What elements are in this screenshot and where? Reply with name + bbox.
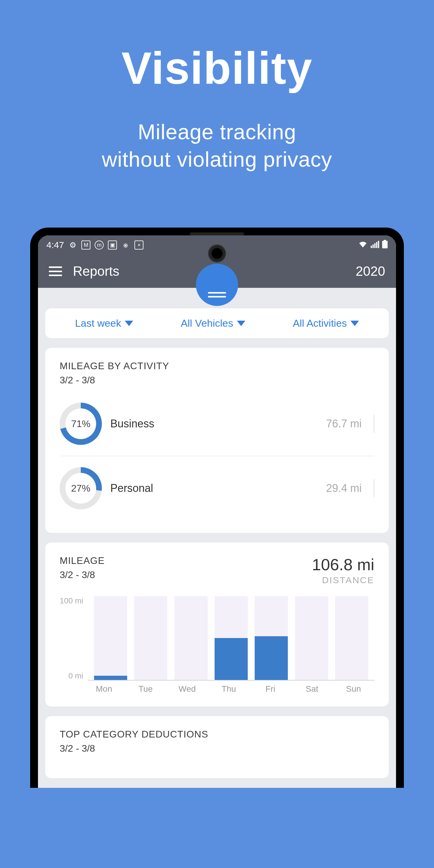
activity-miles: 76.7 mi xyxy=(326,417,362,430)
bar-column xyxy=(295,596,328,680)
bar-column xyxy=(215,596,248,680)
divider xyxy=(374,415,374,433)
pull-handle[interactable] xyxy=(196,264,238,306)
x-axis-label: Thu xyxy=(210,684,248,694)
camera-lens xyxy=(209,246,225,261)
status-time: 4:47 xyxy=(46,240,64,250)
mileage-card-daterange: 3/2 - 3/8 xyxy=(60,569,104,581)
svg-rect-2 xyxy=(374,243,375,248)
deductions-card: TOP CATEGORY DEDUCTIONS 3/2 - 3/8 xyxy=(45,716,389,778)
year-selector[interactable]: 2020 xyxy=(355,264,385,279)
activity-card-title: MILEAGE BY ACTIVITY xyxy=(60,361,374,372)
x-axis-label: Tue xyxy=(127,684,164,694)
location-icon: ⎈ xyxy=(121,241,130,250)
x-axis-label: Sat xyxy=(293,684,331,694)
activity-row[interactable]: 71%Business76.7 mi xyxy=(60,392,374,456)
activity-card: MILEAGE BY ACTIVITY 3/2 - 3/8 71%Busines… xyxy=(45,348,389,533)
hero-title: Visibility xyxy=(121,42,313,94)
mail-icon: M xyxy=(82,241,90,250)
wifi-icon xyxy=(358,240,368,250)
menu-icon[interactable] xyxy=(49,267,62,276)
deductions-card-title: TOP CATEGORY DEDUCTIONS xyxy=(60,729,374,740)
svg-rect-0 xyxy=(371,246,372,248)
svg-rect-6 xyxy=(382,241,388,248)
filter-vehicles-label: All Vehicles xyxy=(181,317,233,329)
chevron-down-icon xyxy=(237,321,245,326)
activity-label: Personal xyxy=(110,482,177,495)
gear-icon: ⚙ xyxy=(68,241,77,250)
chevron-down-icon xyxy=(350,321,359,326)
mileage-card: MILEAGE 3/2 - 3/8 106.8 mi DISTANCE 100 … xyxy=(45,542,389,707)
filter-period[interactable]: Last week xyxy=(75,317,133,329)
bar-column xyxy=(255,596,288,680)
x-axis-label: Sun xyxy=(335,684,373,694)
battery-icon xyxy=(382,240,388,250)
filter-activities[interactable]: All Activities xyxy=(293,317,359,329)
mileage-card-title: MILEAGE xyxy=(60,555,104,566)
mileage-bar-chart: 100 mi 0 mi xyxy=(60,596,374,681)
activity-miles: 29.4 mi xyxy=(326,482,362,495)
signal-icon xyxy=(371,240,379,250)
filter-bar: Last week All Vehicles All Activities xyxy=(45,308,389,338)
app-m-icon: m xyxy=(95,241,104,250)
svg-rect-3 xyxy=(376,242,377,248)
close-notif-icon: × xyxy=(134,241,144,250)
image-icon: ▣ xyxy=(108,241,117,250)
filter-vehicles[interactable]: All Vehicles xyxy=(181,317,245,329)
activity-label: Business xyxy=(110,417,177,430)
svg-rect-4 xyxy=(378,241,379,248)
chevron-down-icon xyxy=(125,321,133,326)
activity-row[interactable]: 27%Personal29.4 mi xyxy=(60,456,374,520)
bar-column xyxy=(134,596,167,680)
activity-card-daterange: 3/2 - 3/8 xyxy=(60,375,374,386)
divider xyxy=(374,479,374,497)
donut-chart: 71% xyxy=(60,403,102,445)
filter-period-label: Last week xyxy=(75,317,121,329)
y-axis-bottom: 0 mi xyxy=(68,671,83,681)
hero-subtitle: Mileage tracking without violating priva… xyxy=(102,119,332,173)
mileage-total: 106.8 mi xyxy=(312,555,374,574)
bar-column xyxy=(175,596,208,680)
bar-column xyxy=(335,596,368,680)
svg-rect-5 xyxy=(384,240,386,241)
donut-chart: 27% xyxy=(60,467,102,509)
x-axis-label: Wed xyxy=(168,684,206,694)
phone-speaker xyxy=(190,232,244,236)
y-axis-top: 100 mi xyxy=(60,596,83,606)
svg-rect-1 xyxy=(373,244,374,248)
filter-activities-label: All Activities xyxy=(293,317,347,329)
bar-column xyxy=(94,596,127,680)
x-axis-label: Mon xyxy=(85,684,123,694)
app-title: Reports xyxy=(73,264,119,279)
phone-frame: 4:47 ⚙ M m ▣ ⎈ × xyxy=(30,227,404,788)
x-axis-label: Fri xyxy=(251,684,289,694)
deductions-card-daterange: 3/2 - 3/8 xyxy=(60,743,374,754)
mileage-distance-label: DISTANCE xyxy=(312,575,374,585)
